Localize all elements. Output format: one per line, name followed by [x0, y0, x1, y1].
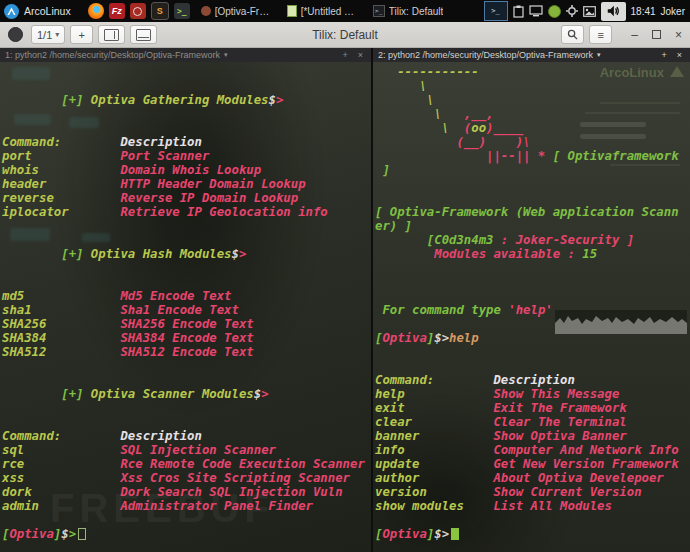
updates-icon[interactable]	[548, 5, 561, 18]
pane-1-header[interactable]: 1: python2 /home/security/Desktop/Optiva…	[0, 48, 371, 62]
terminal-panes: 1: python2 /home/security/Desktop/Optiva…	[0, 48, 690, 552]
split-right-button[interactable]	[98, 25, 125, 44]
terminal-2-output: ----------- \ \ \ ,__, \ (oo)____ (__) )…	[373, 62, 690, 541]
pane-1-dropdown-icon[interactable]: ▾	[224, 51, 228, 59]
pane-2-close-button[interactable]: ×	[674, 50, 685, 60]
firefox-icon[interactable]	[88, 3, 104, 19]
taskbar: ArcoLinux Fz S >_ [Optiva-Framework/... …	[0, 0, 690, 22]
pane-1-close-button[interactable]: ×	[355, 50, 366, 60]
pane-2-add-button[interactable]: +	[658, 50, 669, 60]
minimize-button[interactable]: –	[631, 29, 638, 41]
tilix-window-icon: >_	[373, 5, 385, 17]
terminal-1-output: [+] Optiva Gathering Modules$> Command: …	[0, 62, 371, 541]
volume-icon[interactable]	[601, 2, 626, 21]
new-session-button[interactable]: +	[70, 25, 93, 44]
terminal-1[interactable]: FREEBUF [+] Optiva Gathering Modules$> C…	[0, 62, 371, 552]
taskbar-window-document[interactable]: [*Untitled Document ...	[284, 4, 364, 18]
arcolinux-logo-icon	[4, 4, 19, 19]
taskbar-window-tilix[interactable]: >_ Tilix: Default	[370, 4, 447, 18]
split-down-button[interactable]	[130, 25, 157, 44]
terminal-2[interactable]: ArcoLinux ----------- \ \ \ ,__, \	[373, 62, 690, 552]
clock[interactable]: 18:41	[631, 6, 656, 17]
taskbar-window-optiva[interactable]: [Optiva-Framework/...	[198, 5, 278, 18]
pane-2-header[interactable]: 2: python2 /home/security/Desktop/Optiva…	[373, 48, 690, 62]
image-tray-icon[interactable]	[583, 6, 596, 17]
chevron-down-icon: ▾	[55, 30, 59, 39]
close-button[interactable]: ×	[675, 29, 682, 41]
split-down-icon	[136, 29, 151, 41]
split-right-icon	[104, 29, 119, 41]
window-title: Tilix: Default	[312, 28, 378, 42]
session-switcher-button[interactable]: 1/1 ▾	[31, 25, 65, 44]
filezilla-icon[interactable]: Fz	[109, 3, 125, 19]
username-label: Joker	[661, 6, 685, 17]
clipboard-icon[interactable]	[513, 5, 524, 18]
tilix-window: 1/1 ▾ + Tilix: Default ≡ – × 1: pyth	[0, 22, 690, 552]
desktop: ArcoLinux Fz S >_ [Optiva-Framework/... …	[0, 0, 690, 552]
app-menu-icon[interactable]	[8, 27, 23, 42]
terminal-pane-2: 2: python2 /home/security/Desktop/Optiva…	[373, 48, 690, 552]
optiva-window-icon	[201, 6, 211, 16]
display-icon[interactable]	[529, 5, 543, 17]
maximize-button[interactable]	[652, 30, 661, 39]
pane-2-title: 2: python2 /home/security/Desktop/Optiva…	[378, 50, 593, 60]
system-tray: >_ 18:41 Joker	[484, 1, 690, 21]
window-list: [Optiva-Framework/... [*Untitled Documen…	[198, 4, 447, 18]
terminal-pane-1: 1: python2 /home/security/Desktop/Optiva…	[0, 48, 371, 552]
gear-icon[interactable]	[566, 5, 578, 17]
search-icon	[567, 29, 578, 40]
pane-1-add-button[interactable]: +	[339, 50, 350, 60]
tilix-titlebar: 1/1 ▾ + Tilix: Default ≡ – ×	[0, 22, 690, 48]
sublime-text-icon[interactable]: S	[151, 2, 169, 20]
pane-1-title: 1: python2 /home/security/Desktop/Optiva…	[5, 50, 220, 60]
hamburger-menu-button[interactable]: ≡	[589, 25, 612, 44]
screen-recorder-icon[interactable]	[130, 3, 146, 19]
tilix-tray-icon[interactable]: >_	[484, 1, 508, 21]
launcher-label: ArcoLinux	[24, 5, 71, 17]
pane-2-dropdown-icon[interactable]: ▾	[597, 51, 601, 59]
search-button[interactable]	[561, 25, 584, 44]
document-window-icon	[287, 5, 297, 17]
arcolinux-menu[interactable]: ArcoLinux	[4, 4, 83, 19]
terminal-launcher-icon[interactable]: >_	[174, 3, 190, 19]
